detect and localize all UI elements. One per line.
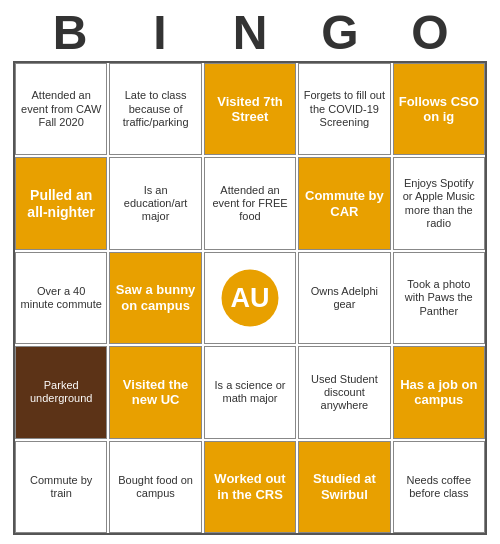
svg-text:AU: AU [230, 283, 269, 313]
cell-free[interactable]: AU [204, 252, 296, 344]
cell-5[interactable]: Pulled an all-nighter [15, 157, 107, 249]
bingo-grid: Attended an event from CAW Fall 2020 Lat… [13, 61, 487, 535]
letter-g: G [295, 9, 385, 57]
cell-10[interactable]: Over a 40 minute commute [15, 252, 107, 344]
letter-b: B [25, 9, 115, 57]
cell-3[interactable]: Forgets to fill out the COVID-19 Screeni… [298, 63, 390, 155]
letter-o: O [385, 9, 475, 57]
cell-16[interactable]: Visited the new UC [109, 346, 201, 438]
bingo-card: B I N G O Attended an event from CAW Fal… [5, 1, 495, 543]
cell-0[interactable]: Attended an event from CAW Fall 2020 [15, 63, 107, 155]
cell-20[interactable]: Commute by train [15, 441, 107, 533]
cell-15[interactable]: Parked underground [15, 346, 107, 438]
cell-18[interactable]: Used Student discount anywhere [298, 346, 390, 438]
cell-17[interactable]: Is a science or math major [204, 346, 296, 438]
cell-14[interactable]: Took a photo with Paws the Panther [393, 252, 485, 344]
cell-11[interactable]: Saw a bunny on campus [109, 252, 201, 344]
cell-6[interactable]: Is an education/art major [109, 157, 201, 249]
cell-1[interactable]: Late to class because of traffic/parking [109, 63, 201, 155]
au-logo-icon: AU [220, 268, 280, 328]
letter-i: I [115, 9, 205, 57]
cell-24[interactable]: Needs coffee before class [393, 441, 485, 533]
letter-n: N [205, 9, 295, 57]
cell-2[interactable]: Visited 7th Street [204, 63, 296, 155]
cell-21[interactable]: Bought food on campus [109, 441, 201, 533]
cell-7[interactable]: Attended an event for FREE food [204, 157, 296, 249]
cell-9[interactable]: Enjoys Spotify or Apple Music more than … [393, 157, 485, 249]
bingo-header: B I N G O [13, 9, 487, 57]
cell-8[interactable]: Commute by CAR [298, 157, 390, 249]
cell-22[interactable]: Worked out in the CRS [204, 441, 296, 533]
cell-4[interactable]: Follows CSO on ig [393, 63, 485, 155]
cell-13[interactable]: Owns Adelphi gear [298, 252, 390, 344]
cell-19[interactable]: Has a job on campus [393, 346, 485, 438]
cell-23[interactable]: Studied at Swirbul [298, 441, 390, 533]
